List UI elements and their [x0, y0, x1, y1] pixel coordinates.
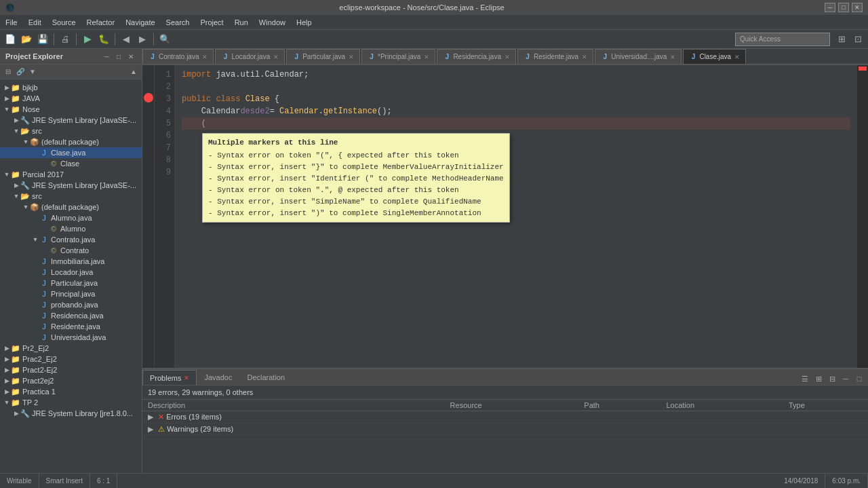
sidebar-close-button[interactable]: ✕: [125, 52, 136, 61]
problems-collapse-button[interactable]: ⊟: [826, 373, 838, 385]
sidebar-item-22[interactable]: JResidente.java: [0, 321, 142, 332]
sidebar-scroll-up[interactable]: ▲: [128, 67, 139, 77]
sidebar-item-3[interactable]: ▶🔧JRE System Library [JavaSE-...: [0, 115, 142, 126]
sidebar-maximize-button[interactable]: □: [113, 52, 124, 61]
sidebar-item-0[interactable]: ▶📁bjkjb: [0, 82, 142, 93]
menu-navigate[interactable]: Navigate: [120, 16, 160, 29]
editor-tab-3[interactable]: J*Principal.java✕: [361, 49, 435, 64]
quick-access-box[interactable]: Quick Access: [735, 33, 830, 46]
sidebar-item-16[interactable]: JInmobiliaria.java: [0, 256, 142, 267]
sidebar-link-button[interactable]: 🔗: [15, 67, 26, 77]
sidebar-item-12[interactable]: JAlumno.java: [0, 212, 142, 223]
sidebar-minimize-button[interactable]: ─: [101, 52, 112, 61]
sidebar-item-9[interactable]: ▶🔧JRE System Library [JavaSE-...: [0, 180, 142, 191]
tree-label-27: Pract2ej2: [22, 377, 54, 385]
editor-tab-6[interactable]: JUniversidad....java✕: [595, 49, 682, 64]
problems-minimize-button[interactable]: ─: [840, 373, 852, 385]
toolbar-search-button[interactable]: 🔍: [157, 32, 172, 47]
errors-expand-arrow[interactable]: ▶: [148, 413, 153, 421]
problems-maximize-button[interactable]: □: [853, 373, 865, 385]
warnings-type: [783, 424, 868, 436]
toolbar-open-perspective-button[interactable]: ⊡: [850, 32, 865, 47]
menu-search[interactable]: Search: [161, 16, 195, 29]
problems-expand-button[interactable]: ⊞: [812, 373, 825, 385]
toolbar-back-button[interactable]: ◀: [119, 32, 134, 47]
table-row-errors[interactable]: ▶ ✕ Errors (19 items): [142, 411, 868, 424]
toolbar-print-button[interactable]: 🖨: [58, 32, 73, 47]
sidebar-item-14[interactable]: ▼JContrato.java: [0, 234, 142, 245]
sidebar-item-26[interactable]: ▶📁Pract2-Ej2: [0, 364, 142, 375]
statusbar: Writable Smart Insert 6 : 1 14/04/2018 6…: [0, 473, 868, 488]
toolbar: 📄 📂 💾 🖨 ▶ 🐛 ◀ ▶ 🔍 Quick Access ⊞ ⊡: [0, 30, 868, 49]
tab-close-2[interactable]: ✕: [349, 54, 354, 60]
menu-file[interactable]: File: [0, 16, 23, 29]
sidebar-item-29[interactable]: ▼📁TP 2: [0, 397, 142, 408]
sidebar-item-25[interactable]: ▶📁Prac2_Ej2: [0, 354, 142, 364]
editor-tab-5[interactable]: JResidente.java✕: [517, 49, 593, 64]
sidebar-item-1[interactable]: ▶📁JAVA: [0, 93, 142, 104]
sidebar-item-19[interactable]: JPrincipal.java: [0, 288, 142, 299]
sidebar-menu-button[interactable]: ▼: [27, 67, 38, 77]
sidebar-item-30[interactable]: ▶🔧JRE System Library [jre1.8.0...: [0, 408, 142, 419]
toolbar-run-button[interactable]: ▶: [80, 32, 95, 47]
tab-close-7[interactable]: ✕: [734, 54, 740, 60]
sidebar-item-21[interactable]: JResidencia.java: [0, 310, 142, 321]
menu-refactor[interactable]: Refactor: [81, 16, 121, 29]
toolbar-new-button[interactable]: 📄: [3, 32, 18, 47]
toolbar-save-button[interactable]: 💾: [35, 32, 50, 47]
menu-project[interactable]: Project: [195, 16, 229, 29]
sidebar-item-7[interactable]: ©Clase: [0, 158, 142, 169]
editor-tab-1[interactable]: JLocador.java✕: [215, 49, 285, 64]
tab-close-0[interactable]: ✕: [202, 54, 208, 60]
code-line-2: [182, 81, 850, 93]
tab-icon-2: J: [292, 53, 300, 61]
menu-window[interactable]: Window: [254, 16, 291, 29]
editor-tab-4[interactable]: JResidencia.java✕: [437, 49, 516, 64]
code-content[interactable]: import java.util.Calendar; public class …: [175, 65, 857, 368]
problems-filter-button[interactable]: ☰: [799, 373, 811, 385]
sidebar-item-27[interactable]: ▶📁Pract2ej2: [0, 375, 142, 386]
sidebar-item-18[interactable]: JParticular.java: [0, 278, 142, 288]
tab-javadoc[interactable]: Javadoc: [197, 370, 239, 385]
sidebar-item-5[interactable]: ▼📦(default package): [0, 136, 142, 147]
tab-close-4[interactable]: ✕: [505, 54, 510, 60]
sidebar-item-13[interactable]: ©Alumno: [0, 223, 142, 234]
toolbar-perspective-button[interactable]: ⊞: [834, 32, 849, 47]
menu-edit[interactable]: Edit: [23, 16, 47, 29]
close-button[interactable]: ✕: [852, 3, 863, 12]
editor-tab-2[interactable]: JParticular.java✕: [286, 49, 360, 64]
tab-close-1[interactable]: ✕: [273, 54, 279, 60]
menu-help[interactable]: Help: [291, 16, 317, 29]
toolbar-debug-button[interactable]: 🐛: [96, 32, 111, 47]
editor-tab-0[interactable]: JContrato.java✕: [142, 49, 214, 64]
sidebar-collapse-all-button[interactable]: ⊟: [3, 67, 14, 77]
sidebar-item-20[interactable]: Jprobando.java: [0, 299, 142, 310]
sidebar-item-2[interactable]: ▼📁Nose: [0, 104, 142, 115]
sidebar-item-17[interactable]: JLocador.java: [0, 267, 142, 278]
sidebar-item-4[interactable]: ▼📂src: [0, 126, 142, 136]
warnings-expand-arrow[interactable]: ▶: [148, 425, 153, 433]
sidebar-item-6[interactable]: JClase.java: [0, 147, 142, 158]
sidebar-item-28[interactable]: ▶📁Practica 1: [0, 386, 142, 397]
minimize-button[interactable]: ─: [825, 3, 835, 12]
tree-arrow-11: ▼: [22, 204, 30, 210]
menu-source[interactable]: Source: [47, 16, 81, 29]
toolbar-forward-button[interactable]: ▶: [135, 32, 150, 47]
toolbar-open-button[interactable]: 📂: [19, 32, 34, 47]
tree-icon-7: ©: [49, 159, 58, 168]
tab-close-5[interactable]: ✕: [582, 54, 587, 60]
tab-declaration[interactable]: Declaration: [239, 370, 292, 385]
table-row-warnings[interactable]: ▶ ⚠ Warnings (29 items): [142, 424, 868, 436]
tab-close-6[interactable]: ✕: [670, 54, 675, 60]
tab-problems[interactable]: Problems ✕: [142, 370, 197, 385]
menu-run[interactable]: Run: [229, 16, 254, 29]
sidebar-item-24[interactable]: ▶📁Pr2_Ej2: [0, 343, 142, 354]
sidebar-item-15[interactable]: ©Contrato: [0, 245, 142, 256]
sidebar-item-10[interactable]: ▼📂src: [0, 191, 142, 202]
editor-tab-7[interactable]: JClase.java✕: [683, 49, 746, 64]
sidebar-item-11[interactable]: ▼📦(default package): [0, 202, 142, 212]
maximize-button[interactable]: □: [838, 3, 849, 12]
sidebar-item-8[interactable]: ▼📁Parcial 2017: [0, 169, 142, 180]
sidebar-item-23[interactable]: JUniversidad.java: [0, 332, 142, 343]
tab-close-3[interactable]: ✕: [424, 54, 429, 60]
